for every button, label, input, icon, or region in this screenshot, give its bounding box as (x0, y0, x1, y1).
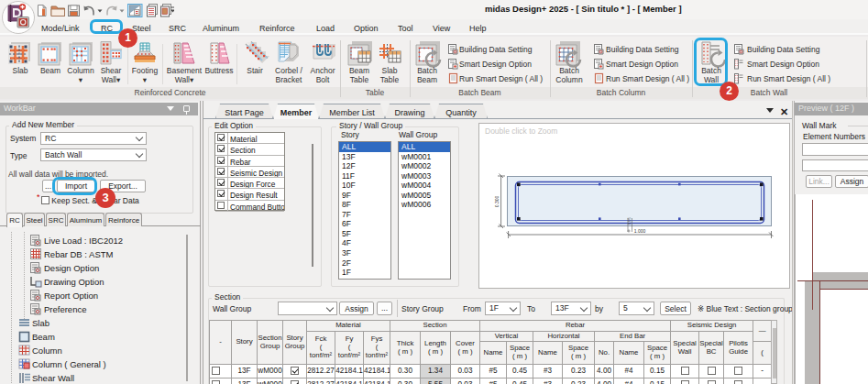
svg-text:0.300: 0.300 (494, 196, 500, 208)
svg-text:0.05: 0.05 (627, 216, 632, 225)
svg-text:1.000: 1.000 (634, 228, 646, 234)
